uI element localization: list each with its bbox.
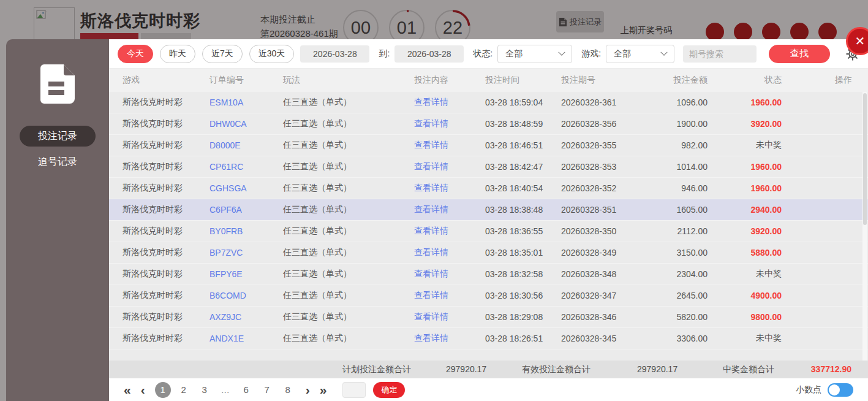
- cell-bet-time: 03-28 18:38:48: [485, 205, 561, 215]
- order-number-link[interactable]: DHW0CA: [209, 119, 247, 129]
- view-details-link[interactable]: 查看详情: [414, 140, 448, 150]
- order-number-link[interactable]: CGHSGA: [209, 183, 247, 193]
- totals-row: 计划投注金额合计 297920.17 有效投注金额合计 297920.17 中奖…: [109, 361, 868, 378]
- order-number-link[interactable]: B6COMD: [209, 291, 246, 300]
- chevron-down-icon: [660, 48, 667, 55]
- cell-play: 任三直选（单式）: [283, 333, 414, 344]
- period-search-input[interactable]: [683, 45, 757, 63]
- view-details-link[interactable]: 查看详情: [414, 226, 448, 235]
- table-row: 斯洛伐克时时彩 AXZ9JC 任三直选（单式） 查看详情 03-28 18:29…: [109, 307, 868, 328]
- order-number-link[interactable]: D8000E: [209, 140, 241, 150]
- cell-play: 任三直选（单式）: [283, 140, 414, 151]
- page-confirm-button[interactable]: 确定: [373, 382, 405, 398]
- cell-game: 斯洛伐克时时彩: [123, 247, 209, 258]
- cell-status: 1960.00: [708, 162, 782, 172]
- page-number-button[interactable]: 3: [197, 382, 213, 398]
- quick-range-button[interactable]: 近7天: [202, 45, 243, 63]
- cell-game: 斯洛伐克时时彩: [123, 161, 209, 172]
- cell-game: 斯洛伐克时时彩: [123, 118, 209, 129]
- date-from-input[interactable]: [300, 45, 369, 63]
- cell-status: 3920.00: [708, 226, 782, 236]
- table-row: 斯洛伐克时时彩 BY0FRB 任三直选（单式） 查看详情 03-28 18:36…: [109, 221, 868, 242]
- quick-range-button[interactable]: 今天: [118, 45, 153, 63]
- status-select[interactable]: 全部: [497, 45, 572, 63]
- cell-period: 20260328-361: [561, 97, 641, 107]
- sidebar-item[interactable]: 追号记录: [20, 151, 96, 172]
- cell-game: 斯洛伐克时时彩: [123, 204, 209, 215]
- cell-play: 任三直选（单式）: [283, 204, 414, 215]
- table-row: 斯洛伐克时时彩 ANDX1E 任三直选（单式） 查看详情 03-28 18:26…: [109, 328, 868, 349]
- game-select-value: 全部: [614, 48, 631, 59]
- view-details-link[interactable]: 查看详情: [414, 183, 448, 193]
- order-number-link[interactable]: BFPY6E: [209, 269, 243, 279]
- document-icon: [40, 64, 75, 104]
- page-number-button[interactable]: 1: [155, 382, 171, 398]
- game-select[interactable]: 全部: [606, 45, 674, 63]
- cell-game: 斯洛伐克时时彩: [123, 183, 209, 194]
- order-number-link[interactable]: AXZ9JC: [209, 312, 241, 322]
- prev-page-button[interactable]: ‹: [141, 383, 145, 396]
- cell-period: 20260328-348: [561, 269, 641, 279]
- col-amount: 投注金额: [641, 75, 708, 86]
- cell-period: 20260328-351: [561, 205, 641, 215]
- col-action: 操作: [782, 75, 852, 86]
- first-page-button[interactable]: «: [124, 383, 131, 396]
- cell-amount: 1096.00: [641, 97, 708, 107]
- cell-play: 任三直选（单式）: [283, 183, 414, 194]
- view-details-link[interactable]: 查看详情: [414, 247, 448, 257]
- next-page-button[interactable]: ›: [306, 383, 310, 396]
- page-number-button[interactable]: 6: [238, 382, 254, 398]
- order-number-link[interactable]: ANDX1E: [209, 334, 244, 343]
- search-button[interactable]: 查找: [769, 45, 830, 63]
- cell-period: 20260328-353: [561, 162, 641, 172]
- chevron-down-icon: [558, 48, 565, 55]
- cell-bet-time: 03-28 18:32:58: [485, 269, 561, 279]
- page-number-button[interactable]: 8: [280, 382, 296, 398]
- cell-status: 1960.00: [708, 97, 782, 107]
- view-details-link[interactable]: 查看详情: [414, 269, 448, 278]
- view-details-link[interactable]: 查看详情: [414, 161, 448, 171]
- cell-amount: 2645.00: [641, 291, 708, 300]
- col-time: 投注时间: [485, 75, 561, 86]
- cell-bet-time: 03-28 18:36:55: [485, 226, 561, 236]
- view-details-link[interactable]: 查看详情: [414, 97, 448, 107]
- scrollbar-thumb[interactable]: [863, 93, 867, 225]
- last-page-button[interactable]: »: [320, 383, 327, 396]
- sidebar-item[interactable]: 投注记录: [20, 126, 96, 147]
- cell-period: 20260328-346: [561, 312, 641, 322]
- view-details-link[interactable]: 查看详情: [414, 204, 448, 214]
- date-to-input[interactable]: [394, 45, 464, 63]
- cell-play: 任三直选（单式）: [283, 247, 414, 258]
- view-details-link[interactable]: 查看详情: [414, 311, 448, 321]
- table-row: 斯洛伐克时时彩 CP61RC 任三直选（单式） 查看详情 03-28 18:42…: [109, 156, 868, 178]
- order-number-link[interactable]: C6PF6A: [209, 205, 242, 215]
- valid-total-label: 有效投注金额合计: [522, 364, 591, 375]
- table-row: 斯洛伐克时时彩 BP7ZVC 任三直选（单式） 查看详情 03-28 18:35…: [109, 242, 868, 264]
- order-number-link[interactable]: ESM10A: [209, 97, 243, 107]
- cell-bet-time: 03-28 18:59:04: [485, 97, 561, 107]
- cell-amount: 982.00: [641, 140, 708, 150]
- order-number-link[interactable]: BP7ZVC: [209, 248, 243, 258]
- page-number-button[interactable]: 2: [176, 382, 192, 398]
- col-content: 投注内容: [414, 75, 485, 86]
- decimal-toggle[interactable]: [828, 383, 853, 397]
- cell-game: 斯洛伐克时时彩: [123, 311, 209, 323]
- quick-range-button[interactable]: 近30天: [249, 45, 295, 63]
- page-number-button[interactable]: 7: [259, 382, 275, 398]
- table-row: 斯洛伐克时时彩 C6PF6A 任三直选（单式） 查看详情 03-28 18:38…: [109, 199, 868, 221]
- order-number-link[interactable]: CP61RC: [209, 162, 243, 172]
- scrollbar[interactable]: [862, 92, 867, 361]
- cell-status: 4900.00: [708, 291, 782, 300]
- win-total-value: 337712.90: [811, 364, 851, 374]
- col-period: 投注期号: [561, 75, 641, 86]
- cell-status: 5880.00: [708, 248, 782, 258]
- view-details-link[interactable]: 查看详情: [414, 333, 448, 343]
- close-icon: ✕: [855, 34, 866, 48]
- view-details-link[interactable]: 查看详情: [414, 118, 448, 128]
- quick-range-button[interactable]: 昨天: [160, 45, 195, 63]
- page-jump-input[interactable]: [342, 382, 366, 398]
- cell-amount: 2304.00: [641, 269, 708, 279]
- view-details-link[interactable]: 查看详情: [414, 290, 448, 300]
- status-filter-label: 状态:: [473, 48, 492, 59]
- order-number-link[interactable]: BY0FRB: [209, 226, 243, 236]
